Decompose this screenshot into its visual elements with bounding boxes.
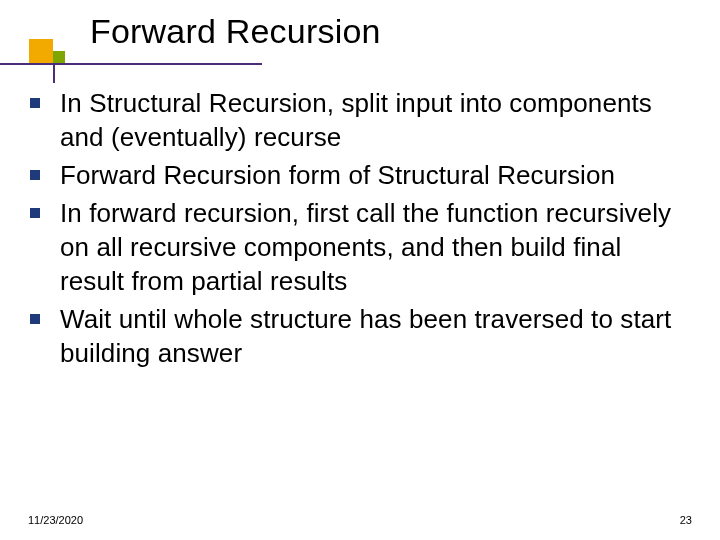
footer-page-number: 23 [680,514,692,526]
slide: Forward Recursion In Structural Recursio… [0,0,720,540]
title-rule-horizontal [0,63,262,65]
list-item: Wait until whole structure has been trav… [30,302,690,370]
list-item-text: Wait until whole structure has been trav… [60,302,690,370]
list-item: In Structural Recursion, split input int… [30,86,690,154]
list-item-text: In Structural Recursion, split input int… [60,86,690,154]
slide-title: Forward Recursion [90,12,381,51]
slide-body: In Structural Recursion, split input int… [30,86,690,374]
bullet-icon [30,170,40,180]
accent-square-green-icon [53,51,65,63]
list-item: In forward recursion, first call the fun… [30,196,690,298]
list-item-text: Forward Recursion form of Structural Rec… [60,158,615,192]
bullet-icon [30,208,40,218]
footer-date: 11/23/2020 [28,514,83,526]
list-item-text: In forward recursion, first call the fun… [60,196,690,298]
bullet-icon [30,98,40,108]
bullet-icon [30,314,40,324]
list-item: Forward Recursion form of Structural Rec… [30,158,690,192]
title-rule-vertical [53,63,55,83]
accent-square-orange-icon [29,39,53,63]
